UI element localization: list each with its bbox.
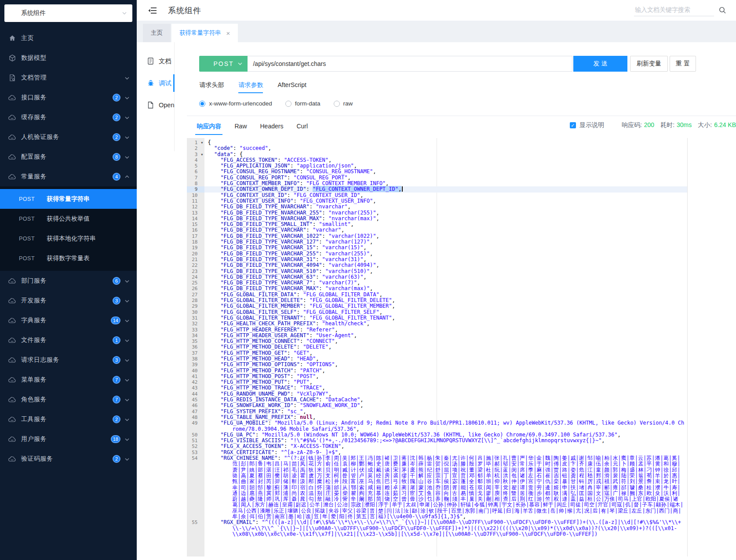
sidebar-item[interactable]: 验证码服务2 [0,449,137,469]
chevron-up-icon [124,174,130,179]
editor-line: 4 "FLG_ACCESS_TOKEN": "ACCESS-TOKEN", [187,157,687,163]
sidebar-item[interactable]: 数据模型 [0,48,137,68]
line-number: 13 [187,210,204,216]
chevron-down-icon [124,279,130,284]
show-description-checkbox[interactable]: ✓ [570,122,576,128]
tab-item[interactable]: 获得常量字符串× [171,24,238,42]
sidebar-item[interactable]: 请求日志服务3 [0,350,137,370]
sidebar-item[interactable]: 文档管理 [0,68,137,87]
request-tab[interactable]: AfterScript [277,81,306,93]
sidebar-item[interactable]: 部门服务6 [0,271,137,291]
editor-line: 28 "FLG_GLOBAL_FILTER_DELETE": "FLG_GLOB… [187,298,687,303]
line-number: 22 [187,262,204,268]
chevron-down-icon [124,135,130,140]
refresh-vars-button[interactable]: 刷新变量 [630,56,668,72]
sidebar-subitem[interactable]: POST获得常量字符串 [0,189,137,209]
sidebar-item[interactable]: 开发服务3 [0,291,137,310]
line-number: 21 [187,257,204,262]
sidebar-item-label: 文档管理 [21,74,124,82]
sidebar-item[interactable]: 缓存服务2 [0,107,137,127]
editor-line-text: "FLG_VISIBLE_ASCIIS": "!\"#$%&'()*+,-./0… [204,438,687,444]
reset-button[interactable]: 重 置 [670,56,696,72]
model-icon [8,54,16,62]
count-badge: 14 [111,316,120,324]
http-method-label: POST [19,196,47,202]
body-type-radio[interactable]: raw [334,100,353,107]
cloud-icon [8,396,16,403]
chevron-down-icon [124,417,130,422]
sidebar-subitem[interactable]: POST获得公共枚举值 [0,209,137,229]
line-number: 8 [187,181,204,186]
url-input[interactable] [248,56,572,72]
search-icon[interactable] [718,6,726,14]
fold-icon[interactable]: ▼ [201,140,203,146]
response-tab[interactable]: Raw [234,123,247,135]
sidebar-item[interactable]: 配置服务8 [0,147,137,167]
doc-nav-item[interactable]: Open [137,94,174,116]
sidebar-item[interactable]: 文件服务1 [0,330,137,350]
sidebar-menu: 主页数据模型文档管理接口服务2缓存服务2人机验证服务2配置服务8常量服务4POS… [0,28,137,469]
response-tab[interactable]: Headers [260,123,284,135]
sidebar-item-label: 主页 [21,34,130,42]
line-number: 48 [187,415,204,420]
editor-line: 2 "code": "succeed", [187,145,687,151]
body-type-radio[interactable]: form-data [285,100,321,107]
response-tab[interactable]: Curl [296,123,308,135]
send-button[interactable]: 发 送 [573,56,627,72]
editor-line-text: "FLG_UA_PC": "Mozilla/5.0 (Windows NT 10… [204,432,687,438]
line-number: 25 [187,280,204,286]
line-number: 46 [187,403,204,408]
editor-line-text: "FLG_DB_FIELD_TYPE_VARCHAR_4094": "varch… [204,262,687,268]
method-select[interactable]: POST [199,56,248,72]
line-number: 12 [187,204,204,210]
editor-line: 48 "FLG_TABLE_NAME_PREFIX": null, [187,415,687,420]
sidebar-item[interactable]: 常量服务4 [0,167,137,186]
sidebar-item[interactable]: 工具服务2 [0,409,137,429]
editor-line-text: "FLG_HTTP_HEADER_REFERER": "Referer", [204,327,687,333]
line-number: 9 [187,186,204,192]
tab-item[interactable]: 主页 [143,24,171,42]
response-code-editor[interactable]: 1▼{2 "code": "succeed",3▼ "data": {4 "FL… [187,138,688,556]
close-icon[interactable]: × [226,30,230,36]
sidebar-item[interactable]: 人机验证服务2 [0,127,137,147]
line-number: 27 [187,292,204,298]
sidebar-item[interactable]: 用户服务18 [0,429,137,449]
sidebar-item-label: 人机验证服务 [21,133,113,141]
sidebar-item[interactable]: 主页 [0,28,137,48]
chevron-down-icon [124,95,130,101]
search-input[interactable] [634,4,714,16]
sidebar-item[interactable]: 接口服务2 [0,87,137,107]
sidebar-item-label: 缓存服务 [21,113,113,121]
editor-line-text: { [204,140,687,145]
request-tab[interactable]: 请求参数 [238,81,263,93]
open-file-icon [147,102,154,109]
request-row: POST 发 送 刷新变量 重 置 [199,56,696,72]
project-selector[interactable]: 系统组件 [4,4,132,22]
line-number: 24 [187,274,204,280]
sidebar-item[interactable]: 菜单服务7 [0,370,137,389]
editor-line-text: "FLG_HTTP_METHOD_POST": "POST", [204,374,687,379]
editor-line: 34 "FLG_HTTP_HEADER_USER_AGENT": "User-A… [187,333,687,338]
editor-line-text: "FLG_ACCESS_TOKEN": "ACCESS-TOKEN", [204,157,687,163]
body-type-radio[interactable]: x-www-form-urlencoded [199,100,272,107]
collapse-sidebar-icon[interactable] [148,6,157,15]
fold-icon[interactable]: ▼ [201,152,203,158]
doc-nav-item[interactable]: 文档 [137,50,174,72]
doc-nav-item[interactable]: 调试 [137,72,174,94]
sidebar-item-label: 常量服务 [21,173,113,181]
body-type-options: x-www-form-urlencodedform-dataraw [199,100,736,107]
line-number: 43 [187,385,204,391]
response-tab[interactable]: 响应内容 [197,123,221,135]
meta-value: 200 [644,121,654,129]
sidebar-subitem[interactable]: POST获得数字常量表 [0,248,137,268]
sidebar-item[interactable]: 角色服务7 [0,389,137,409]
sidebar-subitem[interactable]: POST获得本地化字符串 [0,229,137,248]
editor-line-text: "FLG_DB_FIELD_TYPE_VARCHAR_15": "varchar… [204,245,687,251]
line-number: 54 [187,455,204,520]
editor-line-text: "FLG_HEALTH_CHECK_PATH_PREFIX": "health/… [204,321,687,327]
editor-line: 18 "FLG_DB_FIELD_TYPE_VARCHAR_127": "var… [187,239,687,245]
request-tab[interactable]: 请求头部 [199,81,224,93]
line-number: 34 [187,333,204,338]
editor-lines: 1▼{2 "code": "succeed",3▼ "data": {4 "FL… [187,140,687,537]
sidebar-item[interactable]: 字典服务14 [0,310,137,330]
